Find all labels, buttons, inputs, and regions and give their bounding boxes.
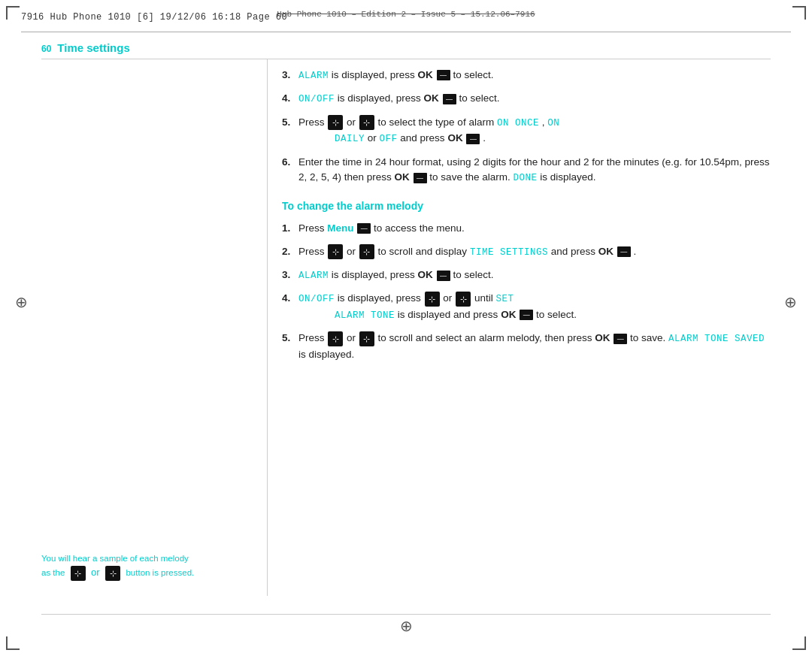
ok-btn-7: — [520, 310, 533, 320]
step-5-bottom: 5. Press ⊹ or ⊹ to scroll and select an … [282, 331, 771, 362]
main-content: 3. ALARM is displayed, press OK — to sel… [282, 68, 771, 596]
left-registration-mark: ⊕ [15, 293, 28, 311]
time-settings-label: TIME SETTINGS [470, 247, 548, 258]
nav-icon-sidebar-2: ⊹ [105, 566, 120, 581]
sidebar-note: You will hear a sample of each melody as… [41, 552, 237, 581]
alarm-label-1: ALARM [298, 71, 329, 81]
step-5-top: 5. Press ⊹ or ⊹ to select the type of al… [282, 115, 771, 147]
step-6-top: 6. Enter the time in 24 hour format, usi… [282, 155, 771, 186]
onoff-label-1: ON/OFF [298, 94, 335, 104]
sidebar-note-text: You will hear a sample of each melody as… [41, 554, 194, 577]
right-registration-mark: ⊕ [784, 293, 797, 311]
step-3-bottom: 3. ALARM is displayed, press OK — to sel… [282, 268, 771, 283]
off-label-1: OFF [380, 134, 398, 144]
ok-btn-4: — [414, 173, 427, 183]
menu-label: Menu [327, 222, 353, 234]
step-4-top: 4. ON/OFF is displayed, press OK — to se… [282, 91, 771, 107]
nav-icon-2a: ⊹ [328, 244, 343, 259]
bottom-registration-mark: ⊕ [400, 617, 413, 635]
ok-btn-6: — [437, 271, 450, 281]
section-heading: To change the alarm melody [282, 200, 771, 212]
step-2-bottom: 2. Press ⊹ or ⊹ to scroll and display TI… [282, 244, 771, 260]
header-center-text: Hub Phone 1010 – Edition 2 – Issue 5 – 1… [0, 8, 812, 19]
corner-br [792, 636, 806, 650]
nav-icon-4a: ⊹ [425, 292, 440, 307]
nav-icon-5c: ⊹ [328, 331, 343, 346]
nav-icon-sidebar-1: ⊹ [71, 566, 86, 581]
nav-icon-5a: ⊹ [328, 115, 343, 130]
onoff-label-2: ON/OFF [298, 294, 335, 304]
nav-icon-5b: ⊹ [359, 115, 374, 130]
ok-btn-2: — [443, 94, 456, 104]
ok-btn-1: — [437, 70, 450, 80]
vertical-divider [267, 59, 268, 596]
alarm-label-2: ALARM [298, 271, 329, 281]
ok-btn-3: — [466, 134, 480, 144]
top-header-divider [21, 32, 791, 32]
corner-bl [6, 636, 20, 650]
page-number: 60 [41, 44, 51, 54]
done-label: DONE [513, 173, 537, 183]
nav-icon-5d: ⊹ [359, 331, 374, 346]
nav-icon-2b: ⊹ [359, 244, 374, 259]
page-title: Time settings [57, 41, 129, 54]
step-4-bottom: 4. ON/OFF is displayed, press ⊹ or ⊹ unt… [282, 291, 771, 323]
ok-btn-8: — [614, 334, 627, 344]
menu-btn: — [357, 223, 371, 234]
main-horizontal-divider [41, 59, 771, 59]
page-title-area: 60 Time settings [41, 41, 130, 54]
alarm-tone-saved-label: ALARM TONE SAVED [668, 334, 765, 344]
bottom-horizontal-divider [41, 614, 771, 615]
ok-btn-5: — [617, 246, 631, 257]
on-once-label: ON ONCE [497, 118, 539, 128]
sidebar: You will hear a sample of each melody as… [41, 68, 259, 596]
step-1-bottom: 1. Press Menu — to access the menu. [282, 221, 771, 237]
step-3-top: 3. ALARM is displayed, press OK — to sel… [282, 68, 771, 83]
nav-icon-4b: ⊹ [456, 292, 471, 307]
